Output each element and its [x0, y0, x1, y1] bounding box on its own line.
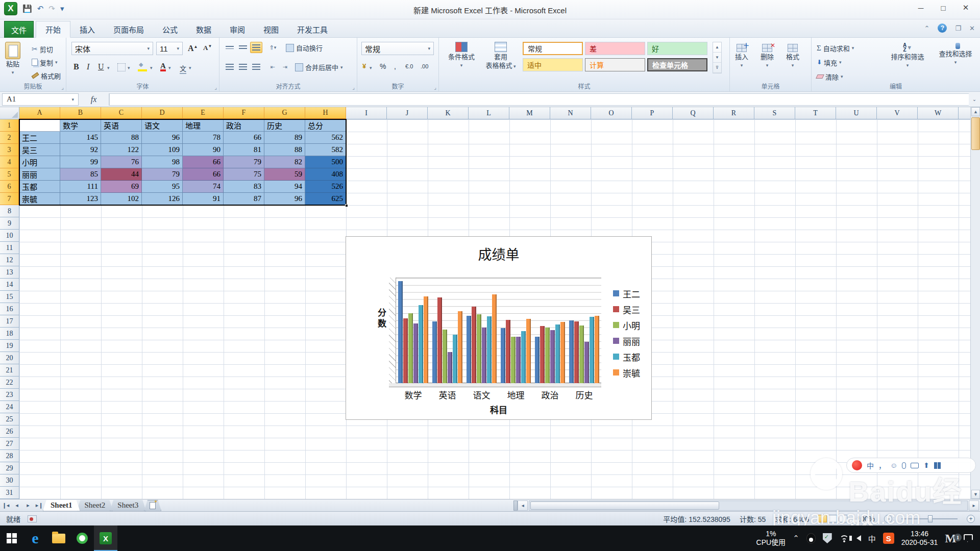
row-header-9[interactable]: 9 [0, 217, 19, 230]
cell-A2[interactable]: 王二 [19, 132, 60, 144]
row-header-14[interactable]: 14 [0, 279, 19, 291]
tab-审阅[interactable]: 审阅 [220, 21, 254, 38]
align-bottom-icon[interactable] [250, 42, 262, 53]
column-header-P[interactable]: P [632, 107, 673, 119]
ime-keyboard-icon[interactable] [911, 463, 919, 468]
cell-B5[interactable]: 85 [60, 168, 101, 181]
align-center-icon[interactable] [237, 61, 249, 72]
delete-cells-button[interactable]: ✕ 删除▾ [761, 44, 774, 69]
close-button[interactable]: ✕ [954, 0, 977, 15]
row-header-15[interactable]: 15 [0, 291, 19, 303]
column-header-J[interactable]: J [387, 107, 428, 119]
next-sheet-icon[interactable]: ▸ [22, 500, 34, 511]
wifi-icon[interactable] [839, 534, 849, 542]
row-header-30[interactable]: 30 [0, 474, 19, 487]
last-sheet-icon[interactable]: ▸❙ [34, 500, 45, 511]
select-all-corner[interactable] [0, 107, 19, 119]
grow-font-icon[interactable]: A▲ [188, 44, 198, 53]
fill-color-icon[interactable] [138, 65, 147, 71]
cell-style-good[interactable]: 好 [647, 42, 707, 55]
cell-F1[interactable]: 政治 [224, 119, 264, 132]
phonetic-icon[interactable]: 文 [180, 63, 186, 74]
scroll-right-icon[interactable]: ▸ [969, 500, 979, 511]
cell-G3[interactable]: 88 [264, 144, 305, 156]
row-header-24[interactable]: 24 [0, 401, 19, 413]
column-header-T[interactable]: T [795, 107, 836, 119]
name-box-caret[interactable]: ▾ [71, 97, 74, 102]
row-header-25[interactable]: 25 [0, 413, 19, 425]
cell-B2[interactable]: 145 [60, 132, 101, 144]
scroll-up-icon[interactable]: ▲ [971, 107, 980, 116]
column-header-B[interactable]: B [60, 107, 101, 119]
qq-icon[interactable] [806, 533, 816, 543]
column-header-G[interactable]: G [264, 107, 305, 119]
italic-button[interactable]: I [87, 62, 89, 71]
worksheet[interactable]: ABCDEFGHIJKLMNOPQRSTUVWX 123456789101112… [0, 107, 980, 499]
increase-indent-icon[interactable]: ⇥ [279, 61, 291, 72]
row-header-6[interactable]: 6 [0, 181, 19, 193]
row-header-17[interactable]: 17 [0, 315, 19, 328]
format-as-table-button[interactable]: 套用 表格格式 ▾ [483, 42, 519, 70]
number-format-select[interactable]: 常规▾ [361, 42, 434, 55]
scroll-down-icon[interactable]: ▼ [971, 490, 980, 499]
ime-punctuation-icon[interactable]: ， [878, 460, 886, 470]
column-header-I[interactable]: I [346, 107, 387, 119]
row-header-13[interactable]: 13 [0, 266, 19, 279]
tab-视图[interactable]: 视图 [254, 21, 288, 38]
row-header-1[interactable]: 1 [0, 119, 19, 132]
row-header-31[interactable]: 31 [0, 487, 19, 499]
row-header-5[interactable]: 5 [0, 168, 19, 181]
horizontal-scrollbar[interactable] [529, 500, 968, 511]
cell-C5[interactable]: 44 [101, 168, 142, 181]
row-header-16[interactable]: 16 [0, 303, 19, 315]
row-header-21[interactable]: 21 [0, 364, 19, 377]
cell-H5[interactable]: 408 [305, 168, 346, 181]
decrease-indent-icon[interactable]: ⇤ [266, 61, 279, 72]
cell-C7[interactable]: 102 [101, 193, 142, 205]
borders-icon[interactable] [117, 63, 126, 71]
cpu-usage-indicator[interactable]: 1%CPU使用 [756, 530, 786, 547]
cell-D7[interactable]: 126 [142, 193, 183, 205]
im-watermark-icon[interactable]: M1 [945, 532, 957, 545]
workbook-close-icon[interactable]: ✕ [969, 24, 975, 32]
zoom-slider[interactable] [901, 518, 958, 519]
cell-E7[interactable]: 91 [183, 193, 224, 205]
cell-E1[interactable]: 地理 [183, 119, 224, 132]
column-header-S[interactable]: S [754, 107, 795, 119]
column-header-F[interactable]: F [224, 107, 264, 119]
column-header-H[interactable]: H [305, 107, 346, 119]
prev-sheet-icon[interactable]: ◂ [11, 500, 22, 511]
cell-D2[interactable]: 96 [142, 132, 183, 144]
shrink-font-icon[interactable]: A▼ [203, 44, 212, 52]
cell-B4[interactable]: 99 [60, 156, 101, 168]
start-button[interactable] [0, 525, 23, 551]
font-color-caret[interactable]: ▾ [168, 65, 171, 70]
font-dialog-launcher[interactable]: ⌟ [214, 85, 217, 90]
row-header-2[interactable]: 2 [0, 132, 19, 144]
copy-button[interactable]: 复制▾ [32, 56, 58, 68]
font-size-select[interactable]: 11▾ [156, 42, 183, 55]
cell-style-bad[interactable]: 差 [585, 42, 645, 55]
scroll-left-icon[interactable]: ◂ [518, 500, 528, 511]
row-header-3[interactable]: 3 [0, 144, 19, 156]
cell-D4[interactable]: 98 [142, 156, 183, 168]
cell-B6[interactable]: 111 [60, 181, 101, 193]
wrap-text-button[interactable]: 自动换行 [286, 43, 323, 53]
cell-C6[interactable]: 69 [101, 181, 142, 193]
cell-E4[interactable]: 66 [183, 156, 224, 168]
sheet-tab-Sheet3[interactable]: Sheet3 [110, 500, 146, 511]
tab-插入[interactable]: 插入 [70, 21, 104, 38]
zoom-level[interactable]: 100% [856, 515, 875, 523]
insert-cells-button[interactable]: ＋ 插入▾ [735, 44, 748, 69]
first-sheet-icon[interactable]: ❙◂ [0, 500, 11, 511]
cell-D1[interactable]: 语文 [142, 119, 183, 132]
currency-caret[interactable]: ▾ [370, 65, 372, 70]
row-header-28[interactable]: 28 [0, 450, 19, 462]
cell-E5[interactable]: 66 [183, 168, 224, 181]
row-header-12[interactable]: 12 [0, 254, 19, 266]
cell-G7[interactable]: 96 [264, 193, 305, 205]
cell-H2[interactable]: 562 [305, 132, 346, 144]
column-header-K[interactable]: K [428, 107, 469, 119]
column-header-M[interactable]: M [509, 107, 550, 119]
tab-开始[interactable]: 开始 [36, 21, 70, 38]
